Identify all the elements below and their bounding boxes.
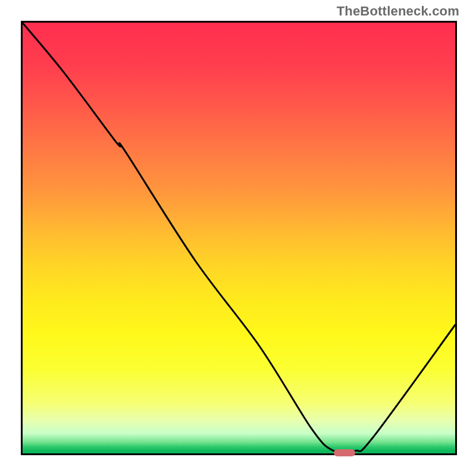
axis-top <box>21 21 457 23</box>
chart-gradient-background <box>21 21 455 455</box>
axis-bottom <box>21 453 457 455</box>
chart-stage: TheBottleneck.com <box>0 0 476 476</box>
axis-right <box>455 21 457 455</box>
watermark-text: TheBottleneck.com <box>337 4 459 19</box>
axis-left <box>21 21 23 455</box>
optimal-marker <box>334 449 355 456</box>
